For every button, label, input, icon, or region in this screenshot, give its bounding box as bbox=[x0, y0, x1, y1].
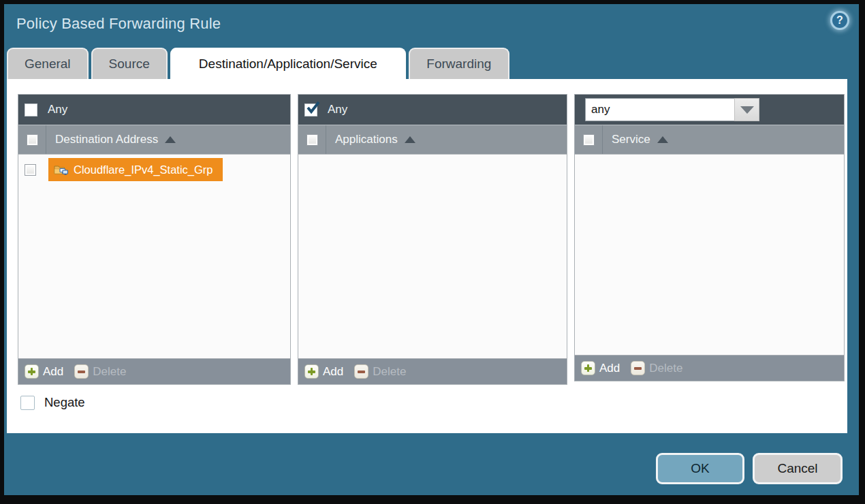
applications-list bbox=[298, 155, 567, 358]
service-list bbox=[575, 155, 844, 355]
applications-header-row: Applications bbox=[298, 125, 567, 155]
plus-icon bbox=[304, 364, 319, 379]
destination-any-bar: Any bbox=[18, 95, 290, 125]
tab-general[interactable]: General bbox=[7, 48, 89, 79]
table-row: Cloudflare_IPv4_Static_Grp bbox=[18, 158, 290, 181]
service-column-header[interactable]: Service bbox=[612, 133, 668, 146]
row-checkbox[interactable] bbox=[25, 164, 36, 176]
minus-icon bbox=[631, 361, 645, 375]
ok-button[interactable]: OK bbox=[656, 453, 744, 484]
checkmark-icon bbox=[305, 100, 321, 115]
tab-content-panel: Any Destination Address bbox=[7, 79, 847, 433]
sort-asc-icon bbox=[657, 136, 668, 143]
sort-asc-icon bbox=[405, 136, 415, 143]
service-dropdown-input[interactable] bbox=[585, 98, 734, 121]
add-button[interactable]: Add bbox=[304, 364, 343, 379]
cancel-button[interactable]: Cancel bbox=[753, 453, 843, 484]
applications-any-label: Any bbox=[328, 103, 347, 116]
applications-any-checkbox[interactable] bbox=[304, 104, 317, 116]
minus-icon bbox=[74, 364, 89, 379]
add-button[interactable]: Add bbox=[581, 361, 620, 375]
destination-any-checkbox[interactable] bbox=[25, 104, 37, 116]
applications-column-header[interactable]: Applications bbox=[335, 133, 415, 146]
delete-button[interactable]: Delete bbox=[631, 361, 682, 375]
applications-toolbar: Add Delete bbox=[298, 358, 567, 384]
address-group-name: Cloudflare_IPv4_Static_Grp bbox=[74, 163, 213, 176]
destination-toolbar: Add Delete bbox=[18, 358, 290, 384]
negate-checkbox[interactable] bbox=[20, 396, 35, 410]
service-combo bbox=[585, 98, 759, 121]
screenshot-frame: Policy Based Forwarding Rule ? General S… bbox=[0, 0, 865, 504]
minus-icon bbox=[354, 364, 368, 379]
negate-label: Negate bbox=[44, 395, 85, 410]
tab-forwarding[interactable]: Forwarding bbox=[409, 48, 509, 79]
destination-header-row: Destination Address bbox=[18, 125, 290, 155]
destination-address-column-header[interactable]: Destination Address bbox=[55, 133, 176, 146]
applications-any-bar: Any bbox=[298, 95, 567, 125]
negate-row: Negate bbox=[20, 395, 85, 410]
service-dropdown-bar bbox=[575, 95, 844, 125]
service-selectall-checkbox[interactable] bbox=[583, 134, 595, 146]
dialog-title: Policy Based Forwarding Rule bbox=[16, 15, 221, 33]
chevron-down-icon bbox=[740, 106, 754, 114]
address-group-item[interactable]: Cloudflare_IPv4_Static_Grp bbox=[48, 158, 223, 181]
destination-address-list: Cloudflare_IPv4_Static_Grp bbox=[18, 155, 290, 358]
applications-selectall-checkbox[interactable] bbox=[306, 134, 318, 146]
service-toolbar: Add Delete bbox=[575, 355, 844, 381]
destination-any-label: Any bbox=[48, 103, 67, 116]
service-dropdown-button[interactable] bbox=[734, 98, 759, 121]
service-panel: Service Add Delete bbox=[574, 94, 845, 381]
destination-address-panel: Any Destination Address bbox=[18, 94, 291, 385]
sort-asc-icon bbox=[165, 136, 176, 143]
tab-source[interactable]: Source bbox=[91, 48, 168, 79]
tab-destination-application-service[interactable]: Destination/Application/Service bbox=[170, 48, 406, 79]
destination-selectall-checkbox[interactable] bbox=[27, 134, 38, 146]
help-icon[interactable]: ? bbox=[830, 11, 849, 30]
delete-button[interactable]: Delete bbox=[354, 364, 406, 379]
address-group-icon bbox=[54, 164, 69, 176]
tab-bar: General Source Destination/Application/S… bbox=[7, 48, 512, 79]
delete-button[interactable]: Delete bbox=[74, 364, 126, 379]
add-button[interactable]: Add bbox=[25, 364, 63, 379]
applications-panel: Any Applications Add bbox=[298, 94, 567, 385]
pbf-rule-dialog: Policy Based Forwarding Rule ? General S… bbox=[4, 4, 859, 495]
service-header-row: Service bbox=[575, 125, 844, 155]
plus-icon bbox=[25, 364, 39, 379]
plus-icon bbox=[581, 361, 595, 375]
